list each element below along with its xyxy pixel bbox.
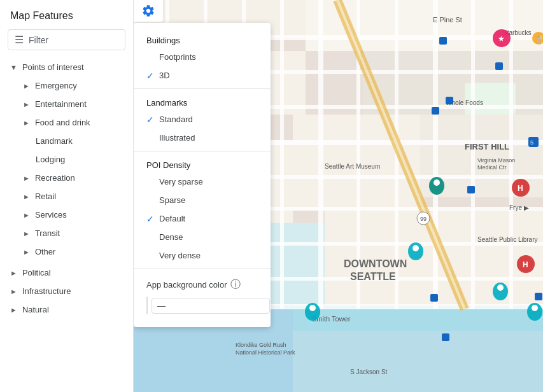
svg-rect-28: [318, 0, 323, 309]
svg-rect-32: [471, 0, 475, 309]
svg-rect-62: [430, 294, 438, 302]
sidebar-item-label: Transit: [35, 228, 60, 238]
svg-text:DOWNTOWN: DOWNTOWN: [344, 258, 407, 269]
dropdown-item-illustrated[interactable]: Illustrated: [134, 129, 271, 147]
sidebar-item-political[interactable]: ► Political: [0, 263, 133, 282]
map-area[interactable]: E Pine St DOWNTOWN SEATTLE FIRST HILL Wh…: [134, 0, 543, 392]
svg-point-72: [309, 305, 316, 311]
arrow-icon: ►: [10, 269, 17, 277]
sidebar-item-label: Lodging: [36, 155, 65, 164]
sidebar-item-natural[interactable]: ► Natural: [0, 300, 133, 319]
color-input[interactable]: [152, 298, 270, 314]
sidebar: Map Features ☰ Filter ▼ Points of intere…: [0, 0, 134, 392]
sidebar-item-landmark[interactable]: Landmark: [0, 132, 133, 150]
dropdown-item-sparse[interactable]: Sparse: [134, 191, 271, 209]
dropdown-item-very-dense[interactable]: Very dense: [134, 246, 271, 265]
sidebar-item-emergency[interactable]: ► Emergency: [0, 76, 133, 95]
svg-rect-59: [432, 107, 439, 115]
item-label: 3D: [159, 71, 170, 80]
gear-button[interactable]: [134, 0, 163, 22]
sidebar-item-label: Retail: [35, 192, 56, 201]
svg-text:Virginia Mason: Virginia Mason: [477, 157, 515, 164]
sidebar-item-label: Political: [22, 268, 51, 277]
poi-density-title: POI Density: [134, 155, 271, 172]
sidebar-item-recreation[interactable]: ► Recreation: [0, 169, 133, 187]
help-icon[interactable]: ⓘ: [230, 278, 241, 291]
svg-text:Frye ▶: Frye ▶: [509, 204, 529, 211]
sidebar-item-label: Infrastructure: [22, 286, 71, 296]
svg-rect-57: [495, 62, 503, 70]
buildings-title: Buildings: [134, 31, 271, 48]
item-label: Sparse: [159, 195, 185, 205]
dropdown-panel: Buildings Footprints 3D Landmarks Standa…: [134, 23, 271, 327]
svg-text:FIRST HILL: FIRST HILL: [465, 142, 509, 151]
svg-text:★: ★: [498, 34, 505, 43]
arrow-icon: ►: [23, 174, 30, 182]
arrow-icon: ►: [23, 248, 30, 256]
sidebar-item-label: Recreation: [35, 173, 75, 183]
sidebar-section-poi: ▼ Points of interest ► Emergency ► Enter…: [0, 55, 133, 263]
svg-text:Klondike Gold Rush: Klondike Gold Rush: [236, 342, 286, 348]
svg-rect-33: [509, 0, 513, 309]
svg-rect-63: [442, 333, 449, 341]
arrow-icon: ►: [23, 193, 30, 200]
dropdown-item-3d[interactable]: 3D: [134, 66, 271, 85]
filter-icon: ☰: [15, 34, 24, 46]
svg-rect-31: [433, 0, 438, 309]
sidebar-item-lodging[interactable]: Lodging: [0, 150, 133, 169]
sidebar-item-retail[interactable]: ► Retail: [0, 187, 133, 206]
sidebar-item-label: Other: [35, 247, 56, 256]
svg-point-70: [497, 284, 504, 291]
dropdown-item-default[interactable]: Default: [134, 209, 271, 228]
bg-color-section: App background color ⓘ: [134, 273, 271, 319]
item-label: Default: [159, 214, 185, 223]
svg-text:Medical Ctr: Medical Ctr: [477, 164, 507, 171]
color-swatch[interactable]: [146, 297, 148, 314]
item-label: Illustrated: [159, 133, 195, 143]
filter-bar[interactable]: ☰ Filter: [8, 29, 125, 50]
sidebar-item-other[interactable]: ► Other: [0, 242, 133, 261]
item-label: Very dense: [159, 251, 201, 260]
svg-text:H: H: [523, 260, 528, 269]
item-label: Standard: [159, 115, 193, 124]
divider: [134, 269, 271, 269]
svg-text:5: 5: [530, 139, 533, 146]
arrow-icon: ►: [23, 230, 30, 237]
dropdown-item-very-sparse[interactable]: Very sparse: [134, 172, 271, 191]
arrow-icon: ►: [23, 211, 30, 219]
divider: [134, 151, 271, 151]
svg-text:Seattle Public Library: Seattle Public Library: [477, 236, 538, 243]
svg-text:99: 99: [420, 216, 427, 222]
bg-color-row: [146, 297, 258, 314]
svg-text:H: H: [518, 184, 523, 193]
arrow-icon: ►: [23, 119, 30, 127]
bg-color-label: App background color: [146, 280, 227, 290]
sidebar-item-transit[interactable]: ► Transit: [0, 224, 133, 242]
svg-rect-61: [535, 293, 542, 300]
filter-label: Filter: [29, 35, 48, 45]
arrow-icon: ►: [23, 101, 30, 108]
sidebar-item-label: Landmark: [36, 136, 73, 146]
sidebar-item-entertainment[interactable]: ► Entertainment: [0, 95, 133, 113]
item-label: Very sparse: [159, 177, 203, 186]
divider: [134, 88, 271, 89]
arrow-icon: ▼: [10, 64, 17, 71]
sidebar-item-poi[interactable]: ▼ Points of interest: [0, 58, 133, 76]
sidebar-item-label: Food and drink: [35, 118, 90, 127]
dropdown-item-dense[interactable]: Dense: [134, 228, 271, 246]
arrow-icon: ►: [23, 82, 30, 90]
sidebar-item-label: Points of interest: [22, 62, 84, 72]
sidebar-item-services[interactable]: ► Services: [0, 206, 133, 224]
svg-rect-37: [293, 331, 543, 392]
item-label: Dense: [159, 232, 183, 242]
sidebar-item-infrastructure[interactable]: ► Infrastructure: [0, 282, 133, 300]
dropdown-item-footprints[interactable]: Footprints: [134, 48, 271, 66]
svg-rect-27: [280, 0, 284, 309]
sidebar-item-label: Services: [35, 210, 67, 220]
sidebar-item-food[interactable]: ► Food and drink: [0, 113, 133, 132]
svg-point-74: [532, 305, 538, 311]
bg-color-title: App background color ⓘ: [146, 278, 258, 291]
svg-text:E Pine St: E Pine St: [433, 16, 462, 24]
dropdown-item-standard[interactable]: Standard: [134, 110, 271, 129]
svg-text:S Jackson St: S Jackson St: [350, 368, 388, 375]
